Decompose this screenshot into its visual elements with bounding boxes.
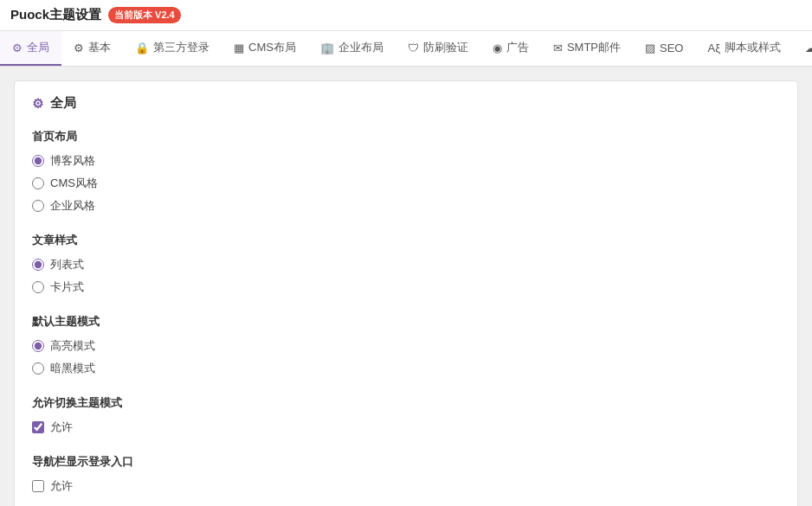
form-groups-container: 首页布局博客风格CMS风格企业风格文章样式列表式卡片式默认主题模式高亮模式暗黑模…	[32, 129, 780, 506]
tab-seo[interactable]: ▨SEO	[633, 31, 695, 66]
radio-label-article-style-0: 列表式	[50, 257, 84, 272]
checkbox-label-navbar-login-0: 允许	[50, 478, 73, 494]
version-badge: 当前版本 V2.4	[108, 7, 181, 23]
form-group-theme-mode: 默认主题模式高亮模式暗黑模式	[32, 314, 780, 376]
tab-label-qiye: 企业布局	[338, 40, 383, 55]
checkbox-group-navbar-login: 允许	[32, 478, 780, 494]
radio-label-homepage-layout-1: CMS风格	[50, 176, 98, 191]
radio-item-theme-mode-0[interactable]: 高亮模式	[32, 338, 780, 354]
radio-item-article-style-0[interactable]: 列表式	[32, 257, 780, 272]
tab-guanggao[interactable]: ◉广告	[480, 31, 541, 66]
tab-label-seo: SEO	[660, 42, 683, 54]
tab-icon-ziyuan: ☁	[805, 42, 812, 54]
tab-label-jiben: 基本	[88, 40, 111, 55]
checkbox-input-allow-switch-0[interactable]	[32, 421, 44, 433]
radio-label-theme-mode-0: 高亮模式	[50, 338, 95, 354]
tab-fangpao[interactable]: 🛡防刷验证	[396, 31, 480, 66]
checkbox-label-allow-switch-0: 允许	[50, 420, 73, 435]
tab-icon-jiaoben: Aξ	[707, 42, 720, 54]
tab-bar: ⚙全局⚙基本🔒第三方登录▦CMS布局🏢企业布局🛡防刷验证◉广告✉SMTP邮件▨S…	[0, 31, 812, 67]
tab-icon-sanfang: 🔒	[135, 42, 149, 54]
version-label: 当前版本	[114, 10, 152, 20]
radio-item-theme-mode-1[interactable]: 暗黑模式	[32, 361, 780, 376]
app-title: Puock主题设置	[10, 7, 101, 23]
tab-quanju[interactable]: ⚙全局	[0, 31, 61, 66]
radio-input-article-style-0[interactable]	[32, 259, 44, 271]
radio-label-article-style-1: 卡片式	[50, 279, 84, 295]
tab-cms[interactable]: ▦CMS布局	[222, 31, 308, 66]
tab-label-sanfang: 第三方登录	[153, 40, 209, 55]
checkbox-item-navbar-login-0[interactable]: 允许	[32, 478, 780, 494]
tab-icon-guanggao: ◉	[493, 42, 502, 54]
tab-label-fangpao: 防刷验证	[423, 40, 468, 55]
radio-group-article-style: 列表式卡片式	[32, 257, 780, 295]
version-number: V2.4	[155, 10, 175, 20]
tab-label-smtp: SMTP邮件	[567, 40, 621, 55]
radio-item-homepage-layout-1[interactable]: CMS风格	[32, 176, 780, 191]
radio-item-article-style-1[interactable]: 卡片式	[32, 279, 780, 295]
tab-icon-smtp: ✉	[553, 42, 563, 54]
form-group-homepage-layout: 首页布局博客风格CMS风格企业风格	[32, 129, 780, 214]
radio-item-homepage-layout-0[interactable]: 博客风格	[32, 153, 780, 169]
form-group-label-article-style: 文章样式	[32, 233, 780, 248]
tab-smtp[interactable]: ✉SMTP邮件	[541, 31, 633, 66]
tab-jiaoben[interactable]: Aξ脚本或样式	[695, 31, 793, 66]
radio-label-homepage-layout-2: 企业风格	[50, 198, 95, 214]
radio-group-theme-mode: 高亮模式暗黑模式	[32, 338, 780, 376]
radio-item-homepage-layout-2[interactable]: 企业风格	[32, 198, 780, 214]
tab-icon-fangpao: 🛡	[408, 42, 419, 54]
form-group-label-navbar-login: 导航栏显示登录入口	[32, 454, 780, 470]
main-content: ⚙ 全局 首页布局博客风格CMS风格企业风格文章样式列表式卡片式默认主题模式高亮…	[0, 67, 812, 506]
radio-input-homepage-layout-1[interactable]	[32, 177, 44, 189]
radio-input-homepage-layout-2[interactable]	[32, 200, 44, 212]
tab-icon-quanju: ⚙	[12, 42, 23, 54]
tab-label-cms: CMS布局	[248, 40, 296, 55]
tab-icon-jiben: ⚙	[74, 42, 84, 54]
radio-input-theme-mode-0[interactable]	[32, 340, 44, 352]
form-group-navbar-login: 导航栏显示登录入口允许	[32, 454, 780, 494]
tab-qiye[interactable]: 🏢企业布局	[308, 31, 396, 66]
radio-group-homepage-layout: 博客风格CMS风格企业风格	[32, 153, 780, 214]
tab-icon-seo: ▨	[645, 42, 655, 54]
form-group-label-theme-mode: 默认主题模式	[32, 314, 780, 330]
checkbox-input-navbar-login-0[interactable]	[32, 480, 44, 492]
tab-label-quanju: 全局	[27, 40, 49, 55]
form-group-article-style: 文章样式列表式卡片式	[32, 233, 780, 295]
section-card: ⚙ 全局 首页布局博客风格CMS风格企业风格文章样式列表式卡片式默认主题模式高亮…	[14, 80, 798, 506]
tab-sanfang[interactable]: 🔒第三方登录	[123, 31, 222, 66]
radio-label-theme-mode-1: 暗黑模式	[50, 361, 95, 376]
tab-label-guanggao: 广告	[506, 40, 529, 55]
radio-input-theme-mode-1[interactable]	[32, 362, 44, 375]
section-title-icon: ⚙	[32, 96, 43, 112]
form-group-label-homepage-layout: 首页布局	[32, 129, 780, 144]
section-title: ⚙ 全局	[32, 95, 780, 112]
radio-input-homepage-layout-0[interactable]	[32, 155, 44, 167]
radio-label-homepage-layout-0: 博客风格	[50, 153, 95, 169]
radio-input-article-style-1[interactable]	[32, 281, 44, 293]
checkbox-group-allow-switch: 允许	[32, 420, 780, 435]
tab-ziyuan[interactable]: ☁资源或更新	[793, 31, 812, 66]
checkbox-item-allow-switch-0[interactable]: 允许	[32, 420, 780, 435]
form-group-label-allow-switch: 允许切换主题模式	[32, 395, 780, 411]
tab-icon-cms: ▦	[234, 42, 244, 54]
tab-icon-qiye: 🏢	[320, 42, 334, 54]
section-title-text: 全局	[50, 95, 76, 112]
tab-label-jiaoben: 脚本或样式	[725, 40, 781, 55]
title-bar: Puock主题设置 当前版本 V2.4	[0, 0, 812, 31]
form-group-allow-switch: 允许切换主题模式允许	[32, 395, 780, 435]
tab-jiben[interactable]: ⚙基本	[61, 31, 123, 66]
